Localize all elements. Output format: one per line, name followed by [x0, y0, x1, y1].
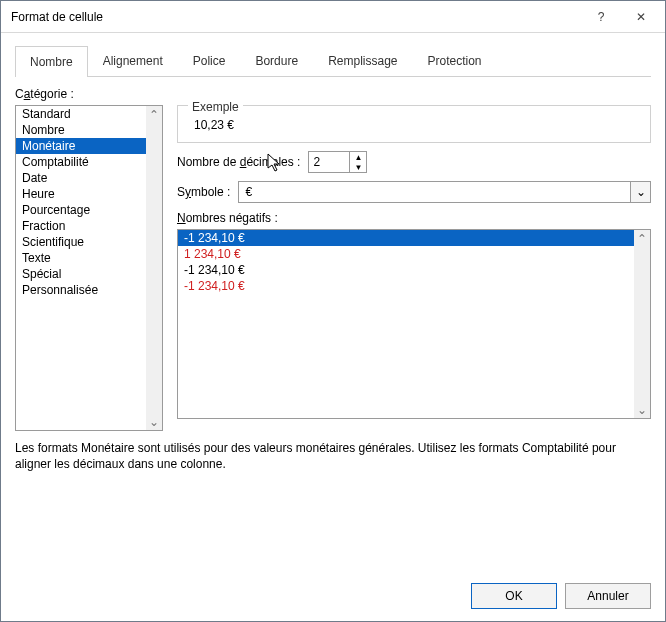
- chevron-up-icon[interactable]: ⌄: [634, 230, 650, 246]
- tab-police[interactable]: Police: [178, 45, 241, 76]
- close-icon: ✕: [636, 10, 646, 24]
- negative-item[interactable]: -1 234,10 €: [178, 278, 634, 294]
- chevron-up-icon[interactable]: ⌄: [146, 106, 162, 122]
- negative-listbox[interactable]: -1 234,10 €1 234,10 €-1 234,10 €-1 234,1…: [177, 229, 651, 419]
- titlebar: Format de cellule ? ✕: [1, 1, 665, 33]
- tab-remplissage[interactable]: Remplissage: [313, 45, 412, 76]
- negative-items: -1 234,10 €1 234,10 €-1 234,10 €-1 234,1…: [178, 230, 634, 418]
- tab-protection[interactable]: Protection: [413, 45, 497, 76]
- help-icon: ?: [598, 10, 605, 24]
- category-item[interactable]: Pourcentage: [16, 202, 146, 218]
- dialog-body: NombreAlignementPoliceBordureRemplissage…: [1, 33, 665, 571]
- chevron-down-icon[interactable]: ⌄: [146, 414, 162, 430]
- symbol-dropdown-button[interactable]: ⌄: [630, 182, 650, 202]
- content-row: StandardNombreMonétaireComptabilitéDateH…: [15, 105, 651, 431]
- negative-item[interactable]: 1 234,10 €: [178, 246, 634, 262]
- format-cells-dialog: Format de cellule ? ✕ NombreAlignementPo…: [0, 0, 666, 622]
- tabs: NombreAlignementPoliceBordureRemplissage…: [15, 45, 651, 77]
- cancel-button[interactable]: Annuler: [565, 583, 651, 609]
- negative-scrollbar[interactable]: ⌄ ⌄: [634, 230, 650, 418]
- category-item[interactable]: Personnalisée: [16, 282, 146, 298]
- category-item[interactable]: Texte: [16, 250, 146, 266]
- negative-label: Nombres négatifs :: [177, 211, 651, 225]
- category-item[interactable]: Spécial: [16, 266, 146, 282]
- category-item[interactable]: Date: [16, 170, 146, 186]
- category-item[interactable]: Fraction: [16, 218, 146, 234]
- decimals-row: Nombre de décimales : ▲ ▼: [177, 151, 651, 173]
- tab-bordure[interactable]: Bordure: [240, 45, 313, 76]
- symbol-label: Symbole :: [177, 185, 230, 199]
- example-value: 10,23 €: [188, 118, 640, 132]
- example-label: Exemple: [188, 100, 243, 114]
- chevron-down-icon[interactable]: ⌄: [634, 402, 650, 418]
- category-item[interactable]: Monétaire: [16, 138, 146, 154]
- category-item[interactable]: Comptabilité: [16, 154, 146, 170]
- category-item[interactable]: Standard: [16, 106, 146, 122]
- ok-button[interactable]: OK: [471, 583, 557, 609]
- negative-item[interactable]: -1 234,10 €: [178, 230, 634, 246]
- category-items: StandardNombreMonétaireComptabilitéDateH…: [16, 106, 146, 430]
- description-text: Les formats Monétaire sont utilisés pour…: [15, 441, 651, 472]
- tab-alignement[interactable]: Alignement: [88, 45, 178, 76]
- decimals-input[interactable]: [309, 152, 349, 172]
- settings-column: Exemple 10,23 € Nombre de décimales : ▲ …: [177, 105, 651, 431]
- symbol-select[interactable]: € ⌄: [238, 181, 651, 203]
- tab-page-number: Catégorie : StandardNombreMonétaireCompt…: [15, 77, 651, 472]
- spinner-down-icon[interactable]: ▼: [350, 162, 366, 172]
- decimals-label: Nombre de décimales :: [177, 155, 300, 169]
- tab-nombre[interactable]: Nombre: [15, 46, 88, 77]
- category-item[interactable]: Nombre: [16, 122, 146, 138]
- category-column: StandardNombreMonétaireComptabilitéDateH…: [15, 105, 163, 431]
- category-scrollbar[interactable]: ⌄ ⌄: [146, 106, 162, 430]
- dialog-title: Format de cellule: [11, 10, 581, 24]
- symbol-value: €: [239, 185, 630, 199]
- category-listbox[interactable]: StandardNombreMonétaireComptabilitéDateH…: [15, 105, 163, 431]
- symbol-row: Symbole : € ⌄: [177, 181, 651, 203]
- category-label: Catégorie :: [15, 87, 651, 101]
- chevron-down-icon: ⌄: [636, 185, 646, 199]
- category-item[interactable]: Heure: [16, 186, 146, 202]
- close-button[interactable]: ✕: [621, 2, 661, 32]
- category-item[interactable]: Scientifique: [16, 234, 146, 250]
- spinner-up-icon[interactable]: ▲: [350, 152, 366, 162]
- help-button[interactable]: ?: [581, 2, 621, 32]
- decimals-spinner[interactable]: ▲ ▼: [308, 151, 367, 173]
- example-fieldset: Exemple 10,23 €: [177, 105, 651, 143]
- negative-item[interactable]: -1 234,10 €: [178, 262, 634, 278]
- dialog-footer: OK Annuler: [1, 571, 665, 621]
